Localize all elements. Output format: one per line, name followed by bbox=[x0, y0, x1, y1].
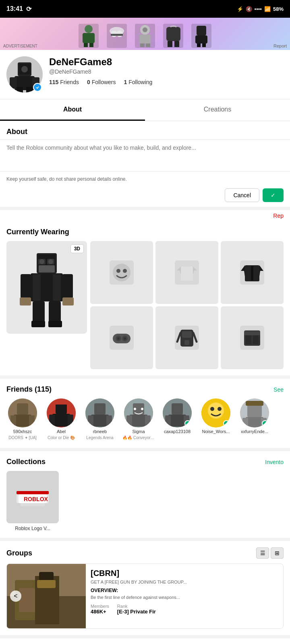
svg-rect-63 bbox=[113, 334, 130, 343]
svg-rect-12 bbox=[146, 43, 150, 47]
collections-section: Collections Invento ROBLOX Roblox Logo V… bbox=[0, 451, 290, 538]
group-rank-stat: Rank [E-3] Private Fir bbox=[117, 604, 156, 615]
friend-avatar bbox=[201, 398, 230, 427]
friends-stat: 115 Friends bbox=[49, 79, 79, 85]
friend-name: xxfurryEnde... bbox=[241, 429, 268, 434]
avatar-3d-container: 3D bbox=[6, 241, 87, 334]
svg-rect-81 bbox=[14, 415, 31, 427]
svg-rect-89 bbox=[49, 415, 55, 425]
svg-rect-95 bbox=[106, 415, 112, 425]
svg-point-9 bbox=[143, 27, 147, 32]
svg-rect-78 bbox=[244, 331, 260, 335]
profile-stats: 115 Friends 0 Followers 1 Following bbox=[49, 79, 284, 85]
items-grid bbox=[90, 241, 284, 369]
report-link[interactable]: Rep bbox=[0, 210, 290, 221]
groups-toggle: ☰ ⊞ bbox=[256, 547, 284, 559]
item-mask[interactable] bbox=[90, 306, 153, 369]
group-name: [CBRN] bbox=[91, 569, 278, 578]
about-textarea[interactable] bbox=[0, 139, 290, 171]
avatar-online-badge bbox=[33, 83, 42, 92]
svg-rect-123 bbox=[21, 503, 45, 506]
svg-point-35 bbox=[39, 259, 44, 264]
svg-rect-27 bbox=[17, 87, 23, 93]
svg-rect-114 bbox=[246, 401, 263, 406]
friend-item[interactable]: Abel Color or Die 🎨 bbox=[45, 398, 77, 440]
tab-creations[interactable]: Creations bbox=[145, 99, 290, 121]
friend-item[interactable]: Sigma 🔥🔥 Conveyor ... bbox=[122, 398, 155, 440]
svg-point-50 bbox=[113, 264, 130, 281]
group-about-text: Be the first line of defence against wea… bbox=[91, 595, 278, 600]
svg-rect-7 bbox=[111, 34, 123, 36]
item-backpack[interactable] bbox=[155, 306, 218, 369]
friend-avatar bbox=[8, 398, 37, 427]
svg-point-102 bbox=[141, 408, 143, 410]
about-safety-text: Keep yourself safe, do not share persona… bbox=[0, 173, 290, 185]
friend-item[interactable]: caxap123108 bbox=[161, 398, 193, 440]
svg-point-110 bbox=[210, 407, 214, 411]
friend-avatar bbox=[47, 398, 76, 427]
tabs: About Creations bbox=[0, 99, 290, 121]
svg-rect-120 bbox=[17, 491, 49, 494]
friend-avatar bbox=[124, 398, 153, 427]
favorites-section: Favorites Favor TUC:🎮 bbox=[0, 638, 290, 644]
online-badge bbox=[223, 420, 230, 427]
svg-rect-116 bbox=[242, 418, 248, 426]
tab-about[interactable]: About bbox=[0, 99, 145, 121]
group-overview-label: OVERVIEW: bbox=[91, 588, 278, 593]
save-button[interactable]: ✓ bbox=[263, 188, 284, 202]
group-card[interactable]: < [CBRN] GET A [FREE] GUN BY JOINING THE… bbox=[6, 564, 284, 629]
item-face[interactable] bbox=[90, 241, 153, 304]
see-all-collections[interactable]: Invento bbox=[265, 459, 284, 465]
svg-text:ROBLOX: ROBLOX bbox=[24, 496, 48, 502]
friends-title: Friends (115) bbox=[6, 385, 52, 394]
friend-name: 590xhszc bbox=[13, 429, 32, 434]
friends-section: Friends (115) See 590xhszc DOORS ✦ [UA] bbox=[0, 379, 290, 448]
svg-rect-99 bbox=[126, 415, 132, 425]
friend-item[interactable]: rbneeb Legends Arena bbox=[84, 398, 116, 440]
svg-rect-15 bbox=[174, 41, 179, 47]
ad-banner[interactable]: ADVERTISEMENT Report bbox=[0, 18, 290, 50]
cancel-button[interactable]: Cancel bbox=[225, 188, 259, 202]
followers-stat: 0 Followers bbox=[87, 79, 116, 85]
svg-rect-45 bbox=[33, 301, 45, 324]
toggle-grid-view[interactable]: ⊞ bbox=[271, 547, 284, 559]
about-actions: Cancel ✓ bbox=[0, 185, 290, 207]
svg-rect-11 bbox=[140, 43, 145, 47]
bluetooth-icon: ⚡ bbox=[237, 6, 243, 12]
friend-item[interactable]: Noise_Wors... bbox=[200, 398, 232, 440]
avatar-container bbox=[6, 56, 43, 93]
3d-button[interactable]: 3D bbox=[70, 244, 84, 253]
friend-item[interactable]: 590xhszc DOORS ✦ [UA] bbox=[6, 398, 39, 440]
friend-game: Legends Arena bbox=[86, 436, 113, 440]
ad-report-link[interactable]: Report bbox=[273, 43, 287, 48]
signal-bars-icon: ▪▪▪▪ bbox=[255, 6, 262, 12]
svg-rect-40 bbox=[53, 274, 61, 301]
collections-title: Collections bbox=[6, 458, 46, 466]
svg-rect-18 bbox=[197, 43, 201, 47]
wearing-grid: 3D bbox=[6, 241, 284, 369]
item-armor[interactable] bbox=[221, 306, 284, 369]
svg-rect-48 bbox=[48, 321, 62, 327]
group-prev-button[interactable]: < bbox=[10, 590, 21, 602]
svg-rect-100 bbox=[145, 415, 151, 425]
collection-item[interactable]: ROBLOX Roblox Logo V... bbox=[6, 471, 59, 531]
svg-rect-129 bbox=[37, 580, 56, 588]
svg-rect-1 bbox=[83, 33, 95, 43]
svg-rect-3 bbox=[89, 43, 93, 47]
time-display: 13:41 bbox=[6, 5, 23, 12]
ad-figure-4 bbox=[163, 24, 183, 48]
svg-rect-90 bbox=[68, 415, 73, 425]
svg-rect-10 bbox=[139, 35, 151, 43]
profile-info: DeNeFGame8 @DeNeFGame8 115 Friends 0 Fol… bbox=[49, 56, 284, 85]
svg-rect-42 bbox=[62, 274, 73, 298]
friend-item[interactable]: xxfurryEnde... bbox=[238, 398, 271, 440]
toggle-list-view[interactable]: ☰ bbox=[256, 547, 269, 559]
item-shirt[interactable] bbox=[155, 241, 218, 304]
see-all-friends[interactable]: See bbox=[273, 386, 284, 393]
item-jacket[interactable] bbox=[221, 241, 284, 304]
svg-rect-44 bbox=[62, 297, 74, 305]
svg-point-36 bbox=[48, 259, 53, 264]
svg-rect-37 bbox=[39, 265, 55, 272]
mute-icon: 🔇 bbox=[246, 6, 252, 12]
online-badge bbox=[262, 420, 268, 427]
